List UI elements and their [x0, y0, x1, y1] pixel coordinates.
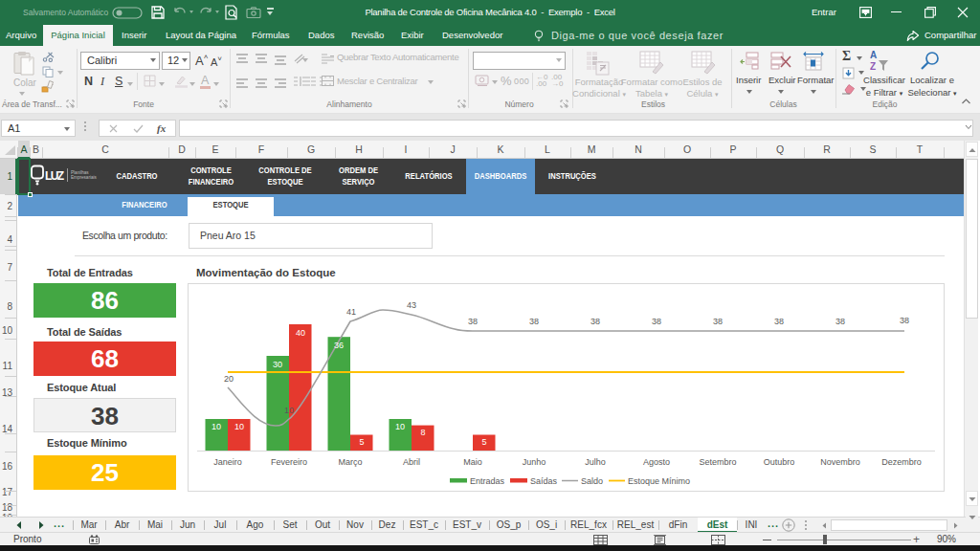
- svg-text:Maio: Maio: [463, 457, 482, 467]
- svg-text:38: 38: [900, 316, 909, 325]
- svg-text:10: 10: [395, 422, 405, 431]
- svg-text:10: 10: [234, 422, 244, 431]
- svg-text:Z: Z: [870, 61, 876, 72]
- svg-text:Planilhas: Planilhas: [71, 170, 89, 175]
- svg-text:Março: Março: [338, 457, 362, 467]
- svg-text:41: 41: [346, 307, 356, 317]
- svg-text:Julho: Julho: [585, 457, 606, 467]
- svg-text:Dezembro: Dezembro: [881, 457, 922, 467]
- svg-text:Estoque Mínimo: Estoque Mínimo: [628, 476, 690, 486]
- svg-text:Outubro: Outubro: [764, 457, 795, 467]
- svg-text:38: 38: [468, 317, 478, 326]
- svg-text:Janeiro: Janeiro: [213, 457, 242, 467]
- svg-text:38: 38: [590, 317, 600, 326]
- svg-text:Junho: Junho: [523, 457, 546, 467]
- svg-text:Abril: Abril: [403, 457, 420, 467]
- svg-text:36: 36: [334, 341, 344, 350]
- svg-text:8: 8: [420, 428, 425, 437]
- svg-text:Fevereiro: Fevereiro: [271, 457, 307, 467]
- svg-text:Saídas: Saídas: [530, 476, 558, 486]
- svg-text:LUZ: LUZ: [45, 169, 64, 183]
- svg-text:A: A: [870, 50, 877, 60]
- svg-text:30: 30: [273, 360, 282, 369]
- svg-text:5: 5: [359, 437, 364, 447]
- svg-text:Agosto: Agosto: [643, 457, 670, 467]
- svg-text:20: 20: [224, 374, 234, 384]
- svg-text:10: 10: [284, 406, 294, 415]
- svg-text:38: 38: [529, 317, 539, 326]
- svg-text:38: 38: [774, 317, 784, 326]
- svg-text:38: 38: [835, 317, 845, 326]
- svg-text:43: 43: [407, 300, 416, 310]
- svg-text:5: 5: [481, 437, 486, 447]
- svg-text:Entradas: Entradas: [470, 476, 505, 486]
- svg-text:38: 38: [652, 317, 661, 326]
- svg-text:Saldo: Saldo: [581, 476, 603, 486]
- svg-text:Setembro: Setembro: [699, 457, 736, 467]
- svg-text:Novembro: Novembro: [820, 457, 860, 467]
- svg-text:10: 10: [212, 422, 221, 431]
- svg-text:38: 38: [713, 317, 723, 326]
- svg-text:40: 40: [296, 328, 305, 338]
